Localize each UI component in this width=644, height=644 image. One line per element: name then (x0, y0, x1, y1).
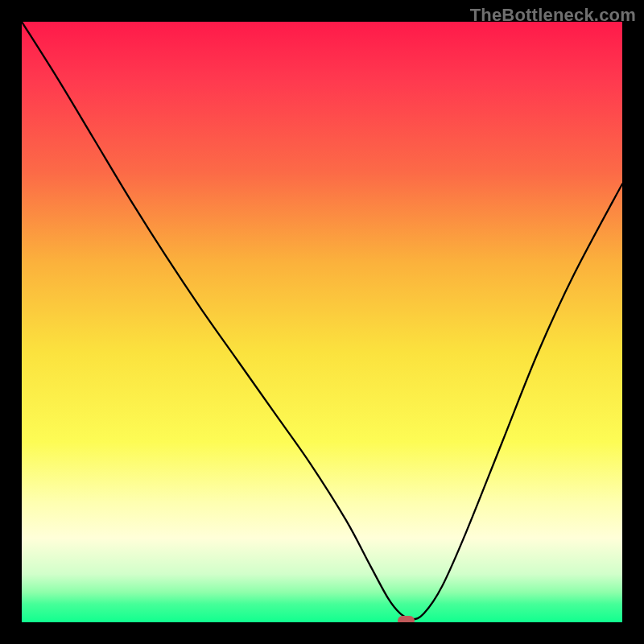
bottleneck-chart-svg (22, 22, 622, 622)
watermark-text: TheBottleneck.com (470, 5, 636, 26)
chart-frame: TheBottleneck.com (0, 0, 644, 644)
gradient-background (22, 22, 622, 622)
optimal-point-marker (398, 616, 415, 622)
plot-area (22, 22, 622, 622)
